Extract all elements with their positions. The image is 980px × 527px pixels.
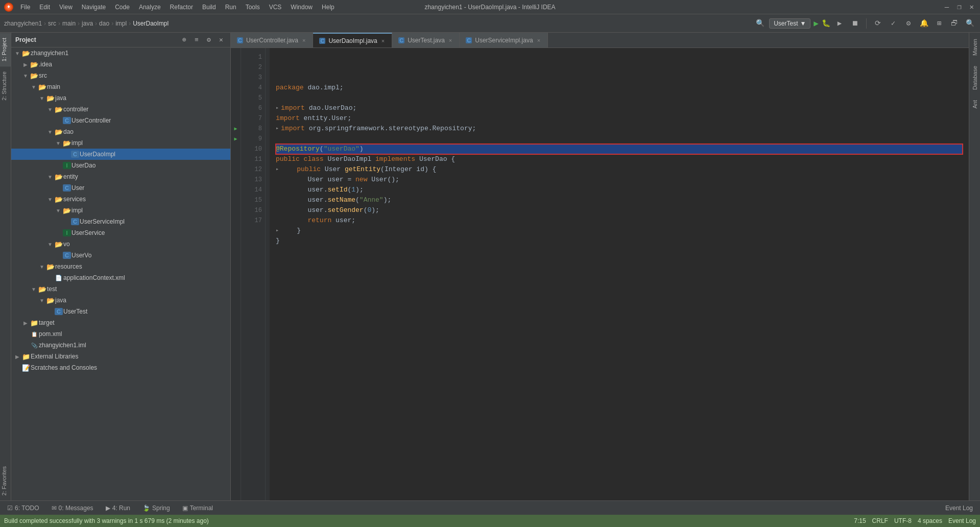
tree-item[interactable]: 📋pom.xml <box>11 328 230 340</box>
menu-item-file[interactable]: File <box>16 3 34 12</box>
code-line[interactable]: package dao.impl; <box>276 83 963 93</box>
run-indicator[interactable]: ▶ <box>234 136 237 142</box>
tree-arrow[interactable]: ▼ <box>38 264 46 270</box>
tree-item[interactable]: ▼📂controller <box>11 104 230 115</box>
menu-item-view[interactable]: View <box>55 3 77 12</box>
tab-close-button[interactable]: × <box>448 37 453 43</box>
minimize-button[interactable]: — <box>943 3 951 11</box>
breadcrumb-item-userdaoimpl[interactable]: UserDaoImpl <box>133 20 169 27</box>
code-line[interactable]: @Repository("userDao") <box>276 144 963 154</box>
editor-tab-serviceimpl[interactable]: CUserServiceImpl.java× <box>460 33 548 47</box>
tree-item[interactable]: ▼📂impl <box>11 205 230 216</box>
tree-item[interactable]: ▶📂.idea <box>11 59 230 70</box>
run-configuration[interactable]: UserTest ▼ <box>769 18 810 29</box>
code-line[interactable]: public class UserDaoImpl implements User… <box>276 154 963 164</box>
tree-arrow[interactable]: ▼ <box>46 107 54 112</box>
tree-arrow[interactable]: ▼ <box>46 129 54 135</box>
charset[interactable]: UTF-8 <box>894 517 912 524</box>
tree-arrow[interactable]: ▼ <box>46 174 54 180</box>
tree-item[interactable]: ▼📂main <box>11 81 230 92</box>
tree-arrow[interactable]: ▼ <box>46 242 54 247</box>
tab-close-button[interactable]: × <box>536 37 541 43</box>
menu-item-navigate[interactable]: Navigate <box>78 3 110 12</box>
favorites-tab[interactable]: 2: Favorites <box>0 461 11 500</box>
run-button[interactable]: ▶ <box>814 18 819 29</box>
fold-button[interactable]: ▸ <box>276 124 279 134</box>
tree-item[interactable]: ▼📂dao <box>11 126 230 137</box>
code-line[interactable]: user.setId(1); <box>276 185 963 195</box>
code-line[interactable]: return user; <box>276 215 963 226</box>
event-log-tab[interactable]: Event Log <box>942 504 976 513</box>
tab-close-button[interactable]: × <box>301 37 306 43</box>
bottom-tab-0-messages[interactable]: ✉0: Messages <box>49 504 97 513</box>
find-action-button[interactable]: 🔍 <box>964 17 976 30</box>
tree-arrow[interactable]: ▼ <box>30 84 38 90</box>
indent-setting[interactable]: 4 spaces <box>918 517 942 524</box>
fold-button[interactable]: ▸ <box>276 226 279 236</box>
tree-item[interactable]: ▼📂test <box>11 283 230 295</box>
tree-arrow[interactable]: ▼ <box>38 298 46 303</box>
project-close-button[interactable]: ✕ <box>216 35 226 45</box>
tree-item[interactable]: 📎zhangyichen1.iml <box>11 340 230 351</box>
editor-tab-controller[interactable]: CUserController.java× <box>231 33 313 47</box>
code-editor[interactable]: ▶▶ 1234567891011121314151617 package dao… <box>231 48 969 500</box>
tree-item[interactable]: ▼📂services <box>11 194 230 205</box>
tree-item[interactable]: ▼📂java <box>11 295 230 306</box>
run-indicator[interactable]: ▶ <box>234 126 237 132</box>
tree-item[interactable]: ▼📂resources <box>11 261 230 272</box>
tree-item[interactable]: CUserServiceImpl <box>11 216 230 227</box>
code-line[interactable] <box>276 246 963 256</box>
line-ending[interactable]: CRLF <box>872 517 888 524</box>
tree-item[interactable]: 📝Scratches and Consoles <box>11 362 230 373</box>
debug-button[interactable]: 🐛 <box>822 19 830 28</box>
restore-button[interactable]: 🗗 <box>948 17 961 30</box>
menu-item-refactor[interactable]: Refactor <box>166 3 197 12</box>
gutter-line[interactable]: ▶ <box>231 124 241 134</box>
project-gear-button[interactable]: ⚙ <box>204 35 214 45</box>
tree-arrow[interactable]: ▼ <box>46 197 54 202</box>
tree-item[interactable]: 📄applicationContext.xml <box>11 272 230 283</box>
editor-tab-usertest[interactable]: CUserTest.java× <box>392 33 460 47</box>
database-tab[interactable]: Database <box>971 62 979 94</box>
bottom-tab-terminal[interactable]: ▣Terminal <box>179 504 216 513</box>
code-line[interactable] <box>276 93 963 103</box>
code-line[interactable]: ▸ } <box>276 226 963 236</box>
code-line[interactable]: ▸import org.springframework.stereotype.R… <box>276 124 963 134</box>
cursor-position[interactable]: 7:15 <box>854 517 866 524</box>
tree-item[interactable]: CUserVo <box>11 250 230 261</box>
settings-button[interactable]: ⚙ <box>902 17 915 30</box>
code-line[interactable] <box>276 134 963 144</box>
menu-item-build[interactable]: Build <box>198 3 220 12</box>
breadcrumb-item-java[interactable]: java <box>82 20 93 27</box>
ant-tab[interactable]: Ant <box>971 96 979 113</box>
maximize-button[interactable]: ❐ <box>955 3 963 11</box>
tree-arrow[interactable]: ▼ <box>30 286 38 292</box>
menu-item-code[interactable]: Code <box>111 3 134 12</box>
tree-item[interactable]: ▼📂java <box>11 92 230 104</box>
breadcrumb-item-impl[interactable]: impl <box>115 20 127 27</box>
menu-item-analyze[interactable]: Analyze <box>135 3 165 12</box>
tree-item[interactable]: IUserDao <box>11 160 230 171</box>
tree-item[interactable]: ▼📂vo <box>11 238 230 250</box>
tree-arrow[interactable]: ▶ <box>21 62 30 67</box>
breadcrumb-item-main[interactable]: main <box>62 20 76 27</box>
code-line[interactable]: import entity.User; <box>276 113 963 124</box>
project-add-button[interactable]: ⊕ <box>179 35 189 45</box>
tree-arrow[interactable]: ▼ <box>38 95 46 101</box>
breadcrumb-item-zhangyichen1[interactable]: zhangyichen1 <box>4 20 42 27</box>
notifications-button[interactable]: 🔔 <box>918 17 930 30</box>
tree-arrow[interactable]: ▶ <box>21 320 30 326</box>
vcs-update-button[interactable]: ⟳ <box>872 17 884 30</box>
menu-item-help[interactable]: Help <box>318 3 339 12</box>
search-everywhere-button[interactable]: 🔍 <box>754 17 766 30</box>
fold-button[interactable]: ▸ <box>276 164 279 175</box>
commit-button[interactable]: ✓ <box>887 17 899 30</box>
breadcrumb-item-src[interactable]: src <box>48 20 56 27</box>
menu-item-edit[interactable]: Edit <box>35 3 54 12</box>
tree-item[interactable]: CUser <box>11 182 230 194</box>
breadcrumb-item-dao[interactable]: dao <box>99 20 109 27</box>
code-line[interactable]: ▸ public User getEntity(Integer id) { <box>276 164 963 175</box>
fold-button[interactable]: ▸ <box>276 103 279 113</box>
tree-item[interactable]: ▼📂entity <box>11 171 230 182</box>
stop-button[interactable]: ⏹ <box>849 17 861 30</box>
